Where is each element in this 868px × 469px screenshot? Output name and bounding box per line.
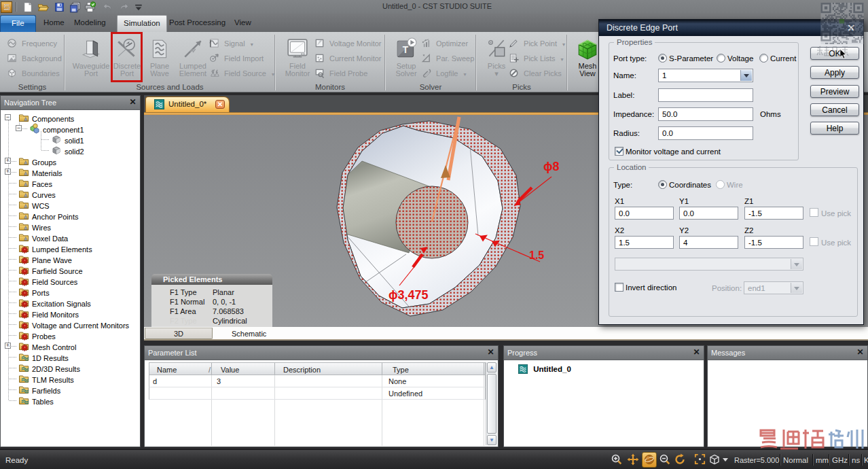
ribbon-big-button[interactable]: Plane Wave xyxy=(144,36,175,77)
tree-item[interactable]: Lumped Elements xyxy=(1,243,139,254)
scroll-thumb[interactable] xyxy=(487,374,496,434)
ribbon-small-button[interactable]: Optimizer xyxy=(421,38,471,49)
ribbon-big-button[interactable]: Picks ▾ xyxy=(483,36,510,77)
tab-schematic[interactable]: Schematic xyxy=(232,329,293,340)
dialog-button[interactable]: Preview xyxy=(810,85,859,98)
toolbar-icon[interactable] xyxy=(37,1,49,13)
dialog-button[interactable]: Cancel xyxy=(810,103,859,116)
cube-view-button[interactable] xyxy=(708,452,721,468)
tree-item[interactable]: WCS xyxy=(1,199,139,210)
zoom-out-button[interactable] xyxy=(658,452,672,468)
ribbon-small-button[interactable]: Logfile ▾ xyxy=(421,68,467,79)
z2-field[interactable]: -1.5 xyxy=(744,236,803,249)
ribbon-small-button[interactable]: Background xyxy=(7,53,65,64)
ribbon-small-button[interactable]: Boundaries xyxy=(7,68,63,79)
ribbon-big-button[interactable]: Setup Solver xyxy=(393,36,420,77)
toolbar-icon[interactable] xyxy=(84,1,96,13)
radius-field[interactable]: 0.0 xyxy=(658,126,753,140)
ribbon-big-button[interactable]: Field Monitor xyxy=(283,36,312,77)
invert-direction-checkbox[interactable] xyxy=(615,283,623,292)
impedance-field[interactable]: 50.0 xyxy=(658,107,753,121)
radio-current[interactable] xyxy=(759,54,768,63)
ribbon-small-button[interactable]: Frequency xyxy=(7,38,60,49)
tree-item[interactable]: Wires xyxy=(1,221,139,232)
name-combobox[interactable]: 1 xyxy=(658,69,753,82)
radio-s-parameter[interactable] xyxy=(658,54,667,63)
z1-field[interactable]: -1.5 xyxy=(744,207,803,220)
tree-item[interactable]: Curves xyxy=(1,188,139,199)
x1-field[interactable]: 0.0 xyxy=(615,207,674,220)
rotate-button-active[interactable] xyxy=(642,452,657,468)
ribbon-small-button[interactable]: Field Probe xyxy=(314,68,371,79)
tree-expander[interactable]: − xyxy=(5,114,11,120)
y1-field[interactable]: 0.0 xyxy=(679,207,738,220)
x2-field[interactable]: 1.5 xyxy=(615,236,674,249)
parameter-row[interactable]: d 3 None xyxy=(149,375,486,387)
tree-item[interactable]: solid2 xyxy=(1,145,139,156)
ribbon-tab[interactable]: Modeling xyxy=(68,15,112,32)
column-description[interactable]: Description xyxy=(283,366,321,374)
tree-item[interactable]: Farfield Source xyxy=(1,264,139,275)
tree-item[interactable]: solid1 xyxy=(1,134,139,145)
label-field[interactable] xyxy=(658,88,753,102)
close-icon[interactable]: ✕ xyxy=(692,348,701,357)
scroll-up-icon[interactable]: ▲ xyxy=(487,362,496,372)
ribbon-tab[interactable]: File xyxy=(0,15,36,32)
close-icon[interactable]: ✕ xyxy=(856,348,865,357)
radio-voltage-label[interactable]: Voltage xyxy=(727,54,753,63)
tree-item[interactable]: Anchor Points xyxy=(1,210,139,221)
tree-item[interactable]: Ports xyxy=(1,286,139,297)
radio-coordinates[interactable] xyxy=(658,180,667,189)
toolbar-icon[interactable] xyxy=(54,1,65,13)
tree-expander[interactable]: − xyxy=(16,125,22,131)
radio-coordinates-label[interactable]: Coordinates xyxy=(669,181,711,189)
progress-project-item[interactable]: Untitled_0 xyxy=(518,364,571,374)
column-value[interactable]: Value xyxy=(221,366,239,374)
toolbar-icon[interactable] xyxy=(69,1,81,13)
tree-item[interactable]: Tables xyxy=(1,395,139,406)
invert-direction-label[interactable]: Invert direction xyxy=(626,283,676,292)
tree-item[interactable]: + Groups xyxy=(1,156,139,167)
ribbon-small-button[interactable]: Pick Lists ▾ xyxy=(509,53,564,64)
ribbon-small-button[interactable]: Voltage Monitor xyxy=(314,38,385,49)
tree-item[interactable]: − component1 xyxy=(1,123,139,134)
tree-item-label[interactable]: Tables xyxy=(32,396,54,407)
tree-item[interactable]: TLM Results xyxy=(1,373,139,384)
ribbon-small-button[interactable]: Field Source ▾ xyxy=(209,68,274,79)
toolbar-icon[interactable] xyxy=(1,1,12,13)
radio-voltage[interactable] xyxy=(717,54,725,63)
toolbar-icon[interactable] xyxy=(22,1,33,13)
view-dropdown-caret-icon[interactable] xyxy=(723,458,728,464)
column-type[interactable]: Type xyxy=(393,366,409,374)
ribbon-small-button[interactable]: Pick Point ▾ xyxy=(509,38,565,49)
tree-item[interactable]: 2D/3D Results xyxy=(1,362,139,373)
toolbar-icon[interactable] xyxy=(133,1,145,13)
status-unit-temperature[interactable]: K xyxy=(864,456,868,464)
toolbar-icon[interactable] xyxy=(102,1,113,13)
tree-item[interactable]: Excitation Signals xyxy=(1,297,139,308)
ribbon-big-button[interactable]: Waveguide Port xyxy=(72,36,110,77)
tree-item[interactable]: − Components xyxy=(1,112,139,123)
close-document-icon[interactable]: ✕ xyxy=(215,100,225,109)
monitor-voltage-label[interactable]: Monitor voltage and current xyxy=(626,147,721,156)
tree-item[interactable]: Field Monitors xyxy=(1,308,139,319)
column-name[interactable]: Name xyxy=(157,366,177,374)
tree-item[interactable]: Probes xyxy=(1,330,139,341)
scroll-down-icon[interactable]: ▼ xyxy=(487,435,496,445)
ribbon-big-button[interactable]: Lumped Element xyxy=(177,36,209,77)
tree-item[interactable]: Field Sources xyxy=(1,275,139,286)
ribbon-small-button[interactable]: Clear Picks xyxy=(509,68,565,79)
monitor-voltage-checkbox[interactable] xyxy=(615,147,623,156)
tree-item[interactable]: Voltage and Current Monitors xyxy=(1,319,139,330)
y2-field[interactable]: 4 xyxy=(679,236,738,249)
tree-item[interactable]: Voxel Data xyxy=(1,232,139,243)
pan-button[interactable] xyxy=(626,452,640,468)
tree-item[interactable]: Plane Wave xyxy=(1,254,139,264)
name-dropdown-icon[interactable] xyxy=(740,70,752,81)
vertical-scrollbar[interactable]: ▲ ▼ xyxy=(486,362,497,445)
dialog-button[interactable]: Apply xyxy=(810,66,859,79)
document-tab-untitled[interactable]: Untitled_0* ✕ xyxy=(145,97,230,112)
tree-item[interactable]: Faces xyxy=(1,177,139,188)
ribbon-tab[interactable]: Post Processing xyxy=(163,15,232,32)
toolbar-icon[interactable] xyxy=(118,1,130,13)
